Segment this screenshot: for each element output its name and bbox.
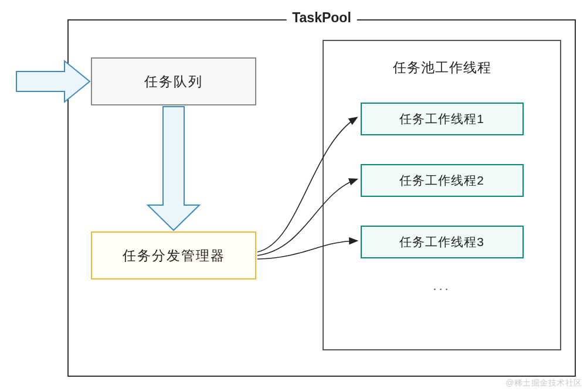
worker-pool-title: 任务池工作线程 xyxy=(393,59,491,77)
worker-thread-1: 任务工作线程1 xyxy=(361,103,524,135)
worker-pool-container: 任务池工作线程 任务工作线程1 任务工作线程2 任务工作线程3 ... xyxy=(323,40,561,350)
task-queue-box: 任务队列 xyxy=(91,57,256,105)
diagram-canvas: TaskPool 任务队列 任务分发管理器 任务池工作线程 任务工作线程1 任务… xyxy=(0,0,587,392)
worker-thread-2: 任务工作线程2 xyxy=(361,164,524,197)
watermark-text: @稀土掘金技术社区 xyxy=(505,378,582,388)
worker-thread-2-label: 任务工作线程2 xyxy=(399,172,484,189)
worker-thread-3-label: 任务工作线程3 xyxy=(399,234,484,250)
task-dispatcher-label: 任务分发管理器 xyxy=(123,247,225,265)
worker-thread-3: 任务工作线程3 xyxy=(361,226,524,258)
worker-thread-1-label: 任务工作线程1 xyxy=(399,111,484,127)
task-dispatcher-box: 任务分发管理器 xyxy=(91,231,256,279)
taskpool-title: TaskPool xyxy=(286,10,357,26)
worker-ellipsis: ... xyxy=(433,278,450,294)
task-queue-label: 任务队列 xyxy=(144,73,203,91)
